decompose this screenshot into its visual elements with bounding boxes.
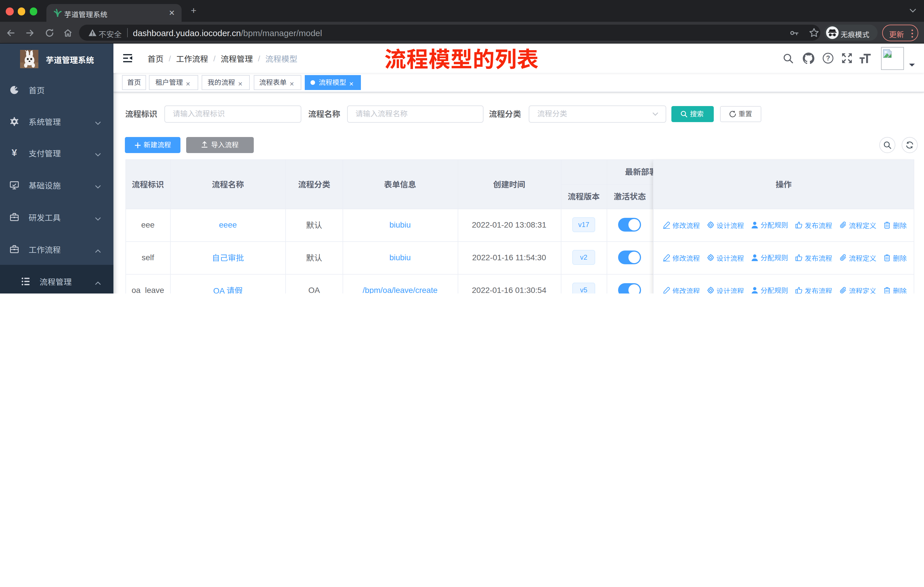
svg-text:?: ? (826, 55, 830, 62)
